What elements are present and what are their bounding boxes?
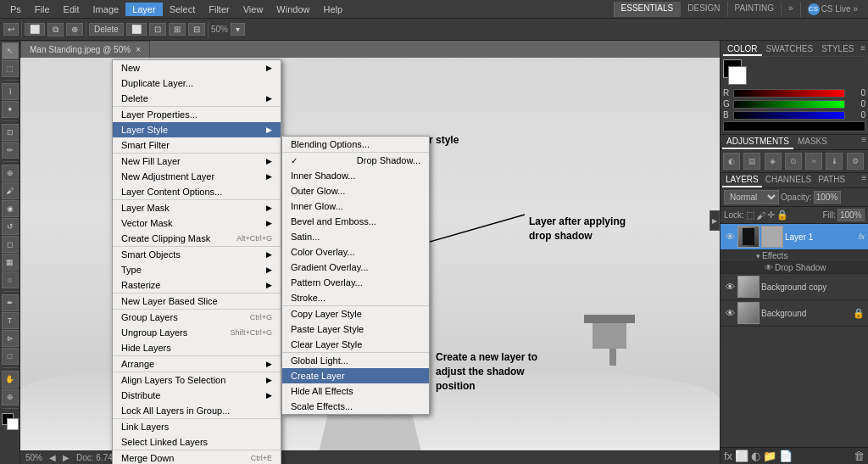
menu-ps[interactable]: Ps <box>3 3 28 16</box>
tool-dodge[interactable]: ○ <box>2 271 19 288</box>
bg-visibility[interactable]: 👁 <box>724 307 736 319</box>
channels-tab[interactable]: CHANNELS <box>762 173 815 187</box>
menu-new-adjustment-layer[interactable]: New Adjustment Layer▶ <box>113 169 281 184</box>
submenu-pattern-overlay[interactable]: Pattern Overlay... <box>282 275 429 290</box>
paths-tab[interactable]: PATHS <box>815 173 849 187</box>
menu-layer[interactable]: Layer <box>125 3 163 16</box>
menu-group-layers[interactable]: Group LayersCtrl+G <box>113 310 281 325</box>
menu-layer-content-options[interactable]: Layer Content Options... <box>113 184 281 199</box>
layer-1-visibility[interactable]: 👁 <box>724 231 736 243</box>
tool-crop[interactable]: ⊡ <box>2 124 19 141</box>
submenu-color-overlay[interactable]: Color Overlay... <box>282 244 429 260</box>
lock-move-icon[interactable]: ✛ <box>767 210 775 221</box>
toolbar-btn-5[interactable]: ⊡ <box>149 23 166 36</box>
tool-path-select[interactable]: ⊳ <box>2 330 19 347</box>
lock-paint-icon[interactable]: 🖌 <box>756 210 765 221</box>
menu-new-fill-layer[interactable]: New Fill Layer▶ <box>113 154 281 169</box>
adj-icon-2[interactable]: ▤ <box>743 153 760 170</box>
add-mask-icon[interactable]: ⬜ <box>735 450 748 462</box>
menu-file[interactable]: File <box>28 3 57 16</box>
submenu-scale-effects[interactable]: Scale Effects... <box>282 399 429 414</box>
adj-icon-1[interactable]: ◐ <box>723 153 740 170</box>
menu-align-layers[interactable]: Align Layers To Selection▶ <box>113 372 281 388</box>
adj-icon-7[interactable]: ⚙ <box>847 153 864 170</box>
b-slider[interactable] <box>733 111 845 120</box>
tool-pen[interactable]: ✒ <box>2 294 19 311</box>
zoom-btn[interactable]: ▾ <box>231 23 245 36</box>
toolbar-delete[interactable]: Delete <box>89 23 124 36</box>
canvas-tab-main[interactable]: Man Standing.jpeg @ 50% × <box>20 41 150 58</box>
color-panel-menu[interactable]: ≡ <box>860 43 865 56</box>
menu-rasterize[interactable]: Rasterize▶ <box>113 277 281 293</box>
tool-eyedropper[interactable]: ✏ <box>2 142 19 159</box>
menu-layer-mask[interactable]: Layer Mask▶ <box>113 200 281 215</box>
mode-cslive[interactable]: CS CS Live » <box>800 2 865 17</box>
menu-link-layers[interactable]: Link Layers <box>113 419 281 434</box>
submenu-satin[interactable]: Satin... <box>282 229 429 244</box>
tool-healing[interactable]: ⊕ <box>2 165 19 182</box>
submenu-global-light[interactable]: Global Light... <box>282 353 429 368</box>
folder-icon[interactable]: 📁 <box>763 450 776 462</box>
tool-shape[interactable]: □ <box>2 348 19 365</box>
tool-lasso[interactable]: ⌇ <box>2 83 19 100</box>
submenu-blending-options[interactable]: Blending Options... <box>282 137 429 152</box>
opacity-input[interactable] <box>814 191 841 204</box>
menu-hide-layers[interactable]: Hide Layers <box>113 340 281 355</box>
adj-panel-menu[interactable]: ≡ <box>861 135 866 149</box>
tool-zoom[interactable]: ⊕ <box>2 389 19 405</box>
menu-duplicate-layer[interactable]: Duplicate Layer... <box>113 75 281 91</box>
adjustments-tab[interactable]: ADJUSTMENTS <box>722 135 793 149</box>
styles-tab[interactable]: STYLES <box>817 43 858 56</box>
fg-bg-color[interactable] <box>723 59 748 85</box>
menu-merge-down[interactable]: Merge DownCtrl+E <box>113 450 281 464</box>
toolbar-btn-7[interactable]: ⊟ <box>188 23 205 36</box>
new-layer-icon[interactable]: 📄 <box>779 450 793 462</box>
menu-new[interactable]: New▶ <box>113 60 281 75</box>
lock-all-icon[interactable]: 🔒 <box>776 210 788 221</box>
menu-image[interactable]: Image <box>86 3 126 16</box>
adj-icon-3[interactable]: ◈ <box>765 153 782 170</box>
tool-stamp[interactable]: ◉ <box>2 200 19 217</box>
layer-item-1[interactable]: 👁 Layer 1 fx <box>721 224 868 250</box>
menu-layer-style[interactable]: Layer Style▶ <box>113 122 281 137</box>
menu-window[interactable]: Window <box>270 3 316 16</box>
tool-move[interactable]: ↖ <box>2 42 19 59</box>
layers-tab[interactable]: LAYERS <box>722 173 762 187</box>
tool-magic-wand[interactable]: ✦ <box>2 101 19 118</box>
menu-delete[interactable]: Delete▶ <box>113 91 281 106</box>
submenu-bevel-emboss[interactable]: Bevel and Emboss... <box>282 214 429 229</box>
menu-help[interactable]: Help <box>316 3 349 16</box>
effects-triangle[interactable]: ▾ <box>756 252 760 260</box>
menu-type[interactable]: Type▶ <box>113 262 281 277</box>
blend-mode-select[interactable]: Normal <box>724 190 779 204</box>
menu-create-clipping-mask[interactable]: Create Clipping MaskAlt+Ctrl+G <box>113 231 281 246</box>
foreground-color[interactable] <box>2 413 19 430</box>
tool-history[interactable]: ↺ <box>2 218 19 235</box>
menu-smart-objects[interactable]: Smart Objects▶ <box>113 247 281 262</box>
tool-eraser[interactable]: ◻ <box>2 236 19 253</box>
menu-layer-properties[interactable]: Layer Properties... <box>113 107 281 122</box>
menu-view[interactable]: View <box>236 3 270 16</box>
color-tab[interactable]: COLOR <box>723 43 762 56</box>
bg-copy-visibility[interactable]: 👁 <box>724 281 736 293</box>
mode-painting[interactable]: PAINTING <box>727 2 781 17</box>
toolbar-btn-4[interactable]: ⊕ <box>66 23 83 36</box>
mode-design[interactable]: DESIGN <box>680 2 726 17</box>
layer-style-icon[interactable]: fx <box>724 450 732 462</box>
delete-layer-icon[interactable]: 🗑 <box>854 450 865 462</box>
submenu-stroke[interactable]: Stroke... <box>282 290 429 305</box>
mode-more[interactable]: » <box>781 2 800 17</box>
menu-smart-filter[interactable]: Smart Filter <box>113 137 281 153</box>
submenu-hide-all-effects[interactable]: Hide All Effects <box>282 383 429 399</box>
adj-icon-5[interactable]: ≈ <box>805 153 822 170</box>
status-nav-left[interactable]: ◀ <box>49 453 56 462</box>
r-slider[interactable] <box>733 89 845 98</box>
submenu-drop-shadow[interactable]: ✓Drop Shadow... <box>282 153 429 168</box>
fill-input[interactable] <box>837 209 865 221</box>
submenu-inner-shadow[interactable]: Inner Shadow... <box>282 168 429 183</box>
adjustment-icon[interactable]: ◐ <box>751 450 760 462</box>
layers-panel-menu[interactable]: ≡ <box>861 173 866 187</box>
tool-hand[interactable]: ✋ <box>2 371 19 388</box>
toolbar-btn-3[interactable]: ⧉ <box>47 23 64 36</box>
submenu-gradient-overlay[interactable]: Gradient Overlay... <box>282 260 429 275</box>
